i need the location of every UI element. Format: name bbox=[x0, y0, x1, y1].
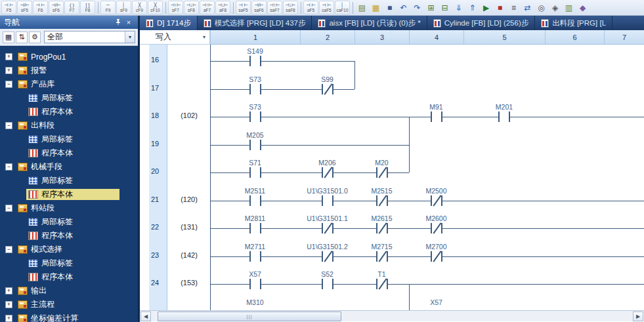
ladder-symbol-button-saF6[interactable]: ⊣/⊢saF6 bbox=[251, 1, 267, 14]
no-contact[interactable] bbox=[498, 111, 510, 122]
display-target-icon[interactable]: ▦ bbox=[3, 31, 14, 43]
collapse-icon[interactable]: − bbox=[5, 246, 12, 253]
ladder-symbol-button-F6[interactable]: ⊣ ⊢F6 bbox=[33, 1, 48, 14]
expand-icon[interactable]: + bbox=[5, 287, 12, 294]
new-icon[interactable]: ▤ bbox=[355, 1, 369, 14]
sort-icon[interactable]: ⇅ bbox=[16, 31, 28, 43]
tree-item[interactable]: +报警 bbox=[0, 64, 138, 77]
tree-item[interactable]: −料站段 bbox=[0, 201, 138, 215]
collapse-icon[interactable]: − bbox=[5, 205, 12, 212]
tab[interactable]: D] 1714步 bbox=[140, 16, 198, 30]
tree-item[interactable]: 局部标签 bbox=[0, 91, 138, 105]
monitor-stop-icon[interactable]: ■ bbox=[493, 1, 507, 14]
ladder-symbol-button-sF8[interactable]: ⊣↓⊢sF8 bbox=[184, 1, 199, 14]
monitor-start-icon[interactable]: ▶ bbox=[479, 1, 493, 14]
ladder-symbol-button-aF7[interactable]: ⊣↑⊢aF7 bbox=[200, 1, 215, 14]
tree-item[interactable]: +主流程 bbox=[0, 298, 138, 312]
mode-selector[interactable]: 写入 ▾ bbox=[140, 30, 210, 45]
convert-icon[interactable]: ⊞ bbox=[424, 1, 438, 14]
read-from-plc-icon[interactable]: ⇑ bbox=[465, 1, 479, 14]
find-icon[interactable]: ◎ bbox=[534, 1, 548, 14]
ladder-symbol-button-cF9[interactable]: ╳cF9 bbox=[132, 1, 147, 14]
device-batch-monitor-icon[interactable]: ≡ bbox=[507, 1, 521, 14]
tab[interactable]: aisx [FB] [LD] (只读) (0)步 * bbox=[312, 16, 427, 30]
nc-contact[interactable] bbox=[322, 167, 333, 178]
ladder-symbol-button-F5[interactable]: ⊣ ⊢F5 bbox=[1, 1, 16, 14]
scroll-left-button[interactable]: ◀ bbox=[140, 312, 151, 321]
tree-item[interactable]: 局部标签 bbox=[0, 174, 138, 188]
horizontal-scrollbar[interactable]: ◀ ▶ bbox=[140, 310, 644, 321]
ladder-grid[interactable]: 16S14917S73S9918(102)S73M91M20119M20520S… bbox=[140, 45, 644, 310]
nav-filter-dropdown[interactable]: 全部 ▾ bbox=[44, 31, 135, 43]
scroll-right-button[interactable]: ▶ bbox=[633, 312, 643, 321]
ladder-symbol-button-aF5[interactable]: ⊣ ⊢aF5 bbox=[303, 1, 318, 14]
expand-icon[interactable]: + bbox=[5, 315, 12, 322]
open-icon[interactable]: ▦ bbox=[369, 1, 383, 14]
close-icon[interactable]: × bbox=[123, 17, 134, 28]
zoom-icon[interactable]: ◈ bbox=[548, 1, 562, 14]
no-contact[interactable] bbox=[249, 251, 261, 262]
no-contact[interactable] bbox=[431, 111, 442, 122]
tree-item[interactable]: 程序本体 bbox=[0, 105, 138, 119]
ladder-symbol-button-caF10[interactable]: │caF10 bbox=[335, 1, 350, 14]
tree-item[interactable]: −机械手段 bbox=[0, 160, 138, 174]
tree-item[interactable]: +ProgPou1 bbox=[0, 50, 138, 64]
collapse-icon[interactable]: − bbox=[5, 122, 12, 129]
expand-icon[interactable]: + bbox=[5, 53, 12, 60]
write-to-plc-icon[interactable]: ⇓ bbox=[452, 1, 465, 14]
nc-contact[interactable] bbox=[322, 251, 333, 262]
cross-reference-icon[interactable]: ⇄ bbox=[521, 1, 534, 14]
no-contact[interactable] bbox=[249, 223, 261, 233]
ladder-symbol-button-F7[interactable]: ( )F7 bbox=[64, 1, 79, 14]
tree-item[interactable]: 程序本体 bbox=[0, 270, 138, 284]
no-contact[interactable] bbox=[249, 84, 261, 94]
scrollbar-thumb[interactable] bbox=[158, 312, 341, 321]
ladder-symbol-button-saF7[interactable]: ⊣↑⊢saF7 bbox=[267, 1, 282, 14]
ladder-symbol-button-sF9[interactable]: │sF9 bbox=[116, 1, 131, 14]
nc-contact[interactable] bbox=[431, 195, 442, 206]
tree-item[interactable]: +输出 bbox=[0, 284, 138, 298]
comment-display-icon[interactable]: ▥ bbox=[562, 1, 576, 14]
nc-contact[interactable] bbox=[376, 279, 388, 289]
no-contact[interactable] bbox=[249, 279, 261, 289]
no-contact[interactable] bbox=[322, 195, 333, 206]
tree-item[interactable]: +坐标偏差计算 bbox=[0, 312, 138, 322]
undo-icon[interactable]: ↶ bbox=[397, 1, 410, 14]
collapse-icon[interactable]: − bbox=[5, 163, 12, 171]
nc-contact[interactable] bbox=[322, 223, 333, 233]
ladder-symbol-button-F8[interactable]: [ ]F8 bbox=[80, 1, 95, 14]
options-icon[interactable]: ◆ bbox=[576, 1, 590, 14]
redo-icon[interactable]: ↷ bbox=[410, 1, 424, 14]
tree-item[interactable]: −出料段 bbox=[0, 119, 138, 132]
ladder-symbol-button-sF5[interactable]: ⊣/⊢sF5 bbox=[17, 1, 32, 14]
tree-item[interactable]: 局部标签 bbox=[0, 256, 138, 270]
expand-icon[interactable]: + bbox=[5, 67, 12, 74]
nc-contact[interactable] bbox=[376, 223, 388, 233]
nc-contact[interactable] bbox=[322, 84, 333, 94]
nc-contact[interactable] bbox=[431, 223, 442, 233]
tree-item[interactable]: 局部标签 bbox=[0, 215, 138, 229]
nc-contact[interactable] bbox=[376, 251, 388, 262]
ladder-symbol-button-saF8[interactable]: ⊣↓⊢saF8 bbox=[283, 1, 298, 14]
nc-contact[interactable] bbox=[376, 195, 388, 206]
tab[interactable]: Cylinde [FB] [LD] (256)步 bbox=[427, 16, 535, 30]
tree-item[interactable]: 程序本体 bbox=[0, 146, 138, 160]
tree-item[interactable]: 程序本体 bbox=[0, 188, 138, 201]
settings-gear-icon[interactable]: ⚙ bbox=[29, 31, 41, 43]
no-contact[interactable] bbox=[322, 279, 333, 289]
pin-icon[interactable] bbox=[113, 17, 123, 28]
tree-item[interactable]: 局部标签 bbox=[0, 132, 138, 146]
no-contact[interactable] bbox=[249, 140, 261, 150]
ladder-symbol-button-sF7[interactable]: ⊣↑⊢sF7 bbox=[168, 1, 183, 14]
expand-icon[interactable]: + bbox=[5, 301, 12, 308]
ladder-symbol-button-aF8[interactable]: ⊣↓⊢aF8 bbox=[215, 1, 230, 14]
collapse-icon[interactable]: − bbox=[5, 81, 12, 88]
ladder-symbol-button-F9[interactable]: ─F9 bbox=[100, 1, 116, 14]
ladder-symbol-button-caF5[interactable]: ⊣ ⊢caF5 bbox=[319, 1, 334, 14]
nc-contact[interactable] bbox=[376, 167, 388, 178]
save-icon[interactable]: ■ bbox=[383, 1, 397, 14]
tab[interactable]: 出料段 [PRG] [L bbox=[535, 16, 612, 30]
tab[interactable]: 模式选择 [PRG] [LD] 437步 bbox=[198, 16, 312, 30]
tree-item[interactable]: −产品库 bbox=[0, 77, 138, 91]
tree-item[interactable]: −模式选择 bbox=[0, 243, 138, 256]
